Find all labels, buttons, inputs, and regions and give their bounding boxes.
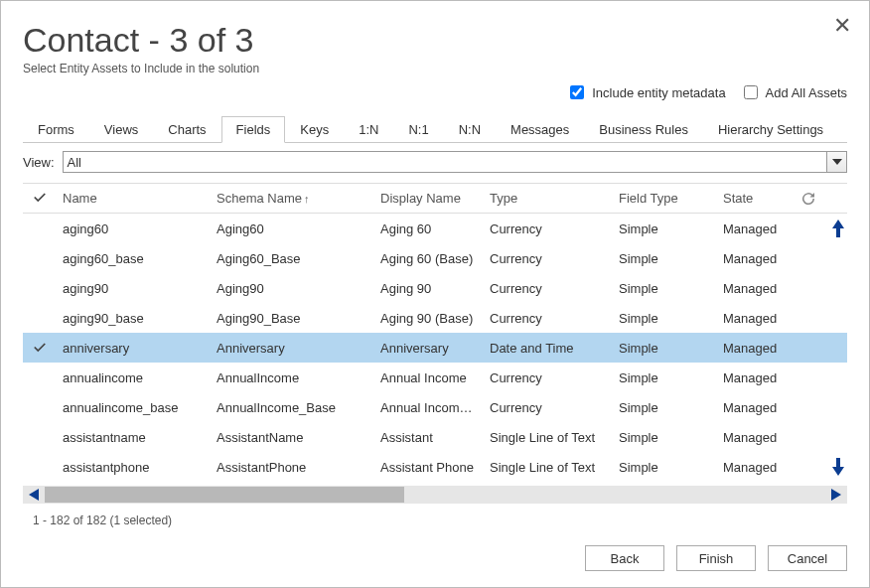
column-name[interactable]: Name [57, 191, 211, 206]
tab-n-1[interactable]: N:1 [393, 116, 443, 143]
back-button[interactable]: Back [585, 545, 664, 571]
table-row[interactable]: aging60_baseAging60_BaseAging 60 (Base)C… [23, 243, 847, 273]
cell-name: annualincome_base [57, 400, 211, 415]
cell-name: aging90_base [57, 311, 211, 326]
add-all-assets-input[interactable] [744, 85, 758, 99]
cell-type: Currency [484, 311, 613, 326]
view-row: View: All [23, 151, 847, 173]
tab-charts[interactable]: Charts [153, 116, 220, 143]
column-display[interactable]: Display Name [374, 191, 484, 206]
close-icon[interactable]: ✕ [833, 15, 851, 37]
tab-hierarchy-settings[interactable]: Hierarchy Settings [703, 116, 838, 143]
grid-body: aging60Aging60Aging 60CurrencySimpleMana… [23, 214, 847, 482]
cell-state: Managed [717, 400, 797, 415]
scroll-left-icon[interactable] [23, 486, 45, 504]
tab-keys[interactable]: Keys [285, 116, 344, 143]
add-all-assets-checkbox[interactable]: Add All Assets [740, 82, 847, 102]
cell-field-type: Simple [613, 400, 717, 415]
cell-state: Managed [717, 281, 797, 296]
add-all-assets-label: Add All Assets [766, 85, 847, 100]
include-metadata-label: Include entity metadata [592, 85, 725, 100]
cell-name: aging60_base [57, 251, 211, 266]
cell-field-type: Simple [613, 311, 717, 326]
cell-display: Aging 60 (Base) [374, 251, 484, 266]
tab-forms[interactable]: Forms [23, 116, 89, 143]
column-state[interactable]: State [717, 191, 797, 206]
column-type[interactable]: Type [484, 191, 613, 206]
view-label: View: [23, 155, 55, 170]
tab-views[interactable]: Views [89, 116, 153, 143]
cell-state: Managed [717, 430, 797, 445]
cell-type: Currency [484, 370, 613, 385]
cell-type: Currency [484, 251, 613, 266]
tab-fields[interactable]: Fields [221, 116, 286, 143]
cell-type: Currency [484, 400, 613, 415]
cell-name: aging90 [57, 281, 211, 296]
cell-state: Managed [717, 221, 797, 236]
table-row[interactable]: anniversaryAnniversaryAnniversaryDate an… [23, 333, 847, 363]
table-row[interactable]: aging90Aging90Aging 90CurrencySimpleMana… [23, 273, 847, 303]
chevron-down-icon [826, 152, 846, 172]
cell-state: Managed [717, 251, 797, 266]
cell-display: Aging 90 (Base) [374, 311, 484, 326]
cell-field-type: Simple [613, 251, 717, 266]
cell-state: Managed [717, 370, 797, 385]
status-text: 1 - 182 of 182 (1 selected) [23, 510, 847, 531]
tab-messages[interactable]: Messages [496, 116, 584, 143]
column-field-type[interactable]: Field Type [613, 191, 717, 206]
cell-display: Anniversary [374, 341, 484, 356]
view-select[interactable]: All [63, 151, 847, 173]
cell-type: Date and Time [484, 341, 613, 356]
scroll-up-icon[interactable] [829, 220, 847, 237]
cell-type: Single Line of Text [484, 430, 613, 445]
table-row[interactable]: aging90_baseAging90_BaseAging 90 (Base)C… [23, 303, 847, 333]
cell-schema: AnnualIncome_Base [211, 400, 374, 415]
cell-name: annualincome [57, 370, 211, 385]
cell-state: Managed [717, 311, 797, 326]
finish-button[interactable]: Finish [676, 545, 756, 571]
horizontal-scrollbar[interactable] [23, 486, 847, 504]
top-options: Include entity metadata Add All Assets [566, 82, 847, 102]
row-checkbox[interactable] [23, 341, 57, 356]
cell-state: Managed [717, 460, 797, 475]
cell-display: Assistant Phone [374, 460, 484, 475]
tab-n-n[interactable]: N:N [444, 116, 496, 143]
cancel-button[interactable]: Cancel [768, 545, 847, 571]
table-row[interactable]: aging60Aging60Aging 60CurrencySimpleMana… [23, 214, 847, 243]
scrollbar-track[interactable] [45, 486, 825, 504]
scroll-right-icon[interactable] [825, 486, 847, 504]
refresh-icon[interactable] [797, 192, 820, 206]
grid: Name Schema Name↑ Display Name Type Fiel… [23, 183, 847, 531]
tab-1-n[interactable]: 1:N [344, 116, 393, 143]
cell-field-type: Simple [613, 430, 717, 445]
cell-type: Currency [484, 281, 613, 296]
include-metadata-checkbox[interactable]: Include entity metadata [566, 82, 725, 102]
cell-name: anniversary [57, 341, 211, 356]
table-row[interactable]: annualincome_baseAnnualIncome_BaseAnnual… [23, 392, 847, 422]
button-row: Back Finish Cancel [23, 531, 847, 571]
cell-field-type: Simple [613, 341, 717, 356]
cell-field-type: Simple [613, 221, 717, 236]
tabs: FormsViewsChartsFieldsKeys1:NN:1N:NMessa… [23, 115, 847, 143]
cell-display: Annual Income (... [374, 400, 484, 415]
table-row[interactable]: assistantphoneAssistantPhoneAssistant Ph… [23, 452, 847, 482]
cell-display: Annual Income [374, 370, 484, 385]
cell-schema: AssistantName [211, 430, 374, 445]
tab-business-rules[interactable]: Business Rules [584, 116, 703, 143]
cell-display: Aging 60 [374, 221, 484, 236]
table-row[interactable]: assistantnameAssistantNameAssistantSingl… [23, 422, 847, 452]
cell-schema: AssistantPhone [211, 460, 374, 475]
column-schema[interactable]: Schema Name↑ [211, 191, 374, 206]
cell-schema: Aging60_Base [211, 251, 374, 266]
cell-schema: Anniversary [211, 341, 374, 356]
page-subtitle: Select Entity Assets to Include in the s… [23, 62, 847, 75]
cell-schema: Aging90 [211, 281, 374, 296]
scroll-down-icon[interactable] [829, 458, 847, 476]
dialog: ✕ Contact - 3 of 3 Select Entity Assets … [0, 0, 870, 588]
table-row[interactable]: annualincomeAnnualIncomeAnnual IncomeCur… [23, 363, 847, 392]
include-metadata-input[interactable] [570, 85, 584, 99]
header-checkbox[interactable] [23, 191, 57, 206]
cell-name: assistantname [57, 430, 211, 445]
cell-field-type: Simple [613, 460, 717, 475]
scrollbar-thumb[interactable] [45, 487, 404, 503]
